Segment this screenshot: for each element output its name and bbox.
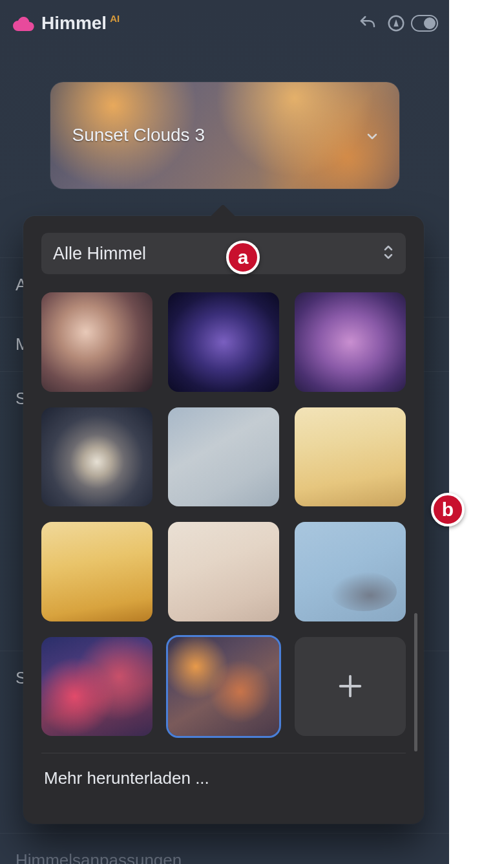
scrollbar[interactable] — [414, 613, 417, 751]
sky-thumbnail[interactable] — [168, 522, 279, 621]
download-more-button[interactable]: Mehr herunterladen ... — [41, 753, 406, 803]
sky-thumbnail[interactable] — [168, 407, 279, 507]
sky-thumbnail-selected[interactable] — [168, 637, 279, 737]
sky-category-select[interactable]: Alle Himmel — [41, 233, 406, 274]
updown-chevron-icon — [383, 244, 394, 263]
chevron-down-icon — [364, 129, 380, 147]
ai-badge: AI — [110, 13, 120, 24]
sky-thumbnail[interactable] — [41, 292, 152, 392]
sky-thumbnail[interactable] — [41, 407, 152, 507]
cloud-icon — [13, 16, 35, 31]
sky-thumbnail[interactable] — [41, 522, 152, 621]
undo-button[interactable] — [353, 9, 382, 38]
panel-header: Himmel AI — [0, 0, 449, 47]
annotation-badge-a: a — [226, 241, 260, 274]
sky-thumbnail[interactable] — [168, 292, 279, 392]
category-label: Alle Himmel — [53, 244, 383, 264]
annotation-badge-b: b — [431, 493, 465, 526]
current-sky-selector[interactable]: Sunset Clouds 3 — [50, 82, 399, 189]
sky-thumbnail[interactable] — [295, 522, 406, 621]
sky-thumbnail[interactable] — [41, 637, 152, 737]
sky-thumbnail-grid — [41, 292, 406, 736]
panel-title: Himmel — [41, 13, 107, 34]
page-margin: b — [449, 0, 504, 864]
sky-thumbnail[interactable] — [295, 292, 406, 392]
toggle-switch[interactable] — [410, 9, 439, 38]
section-row-adjustments[interactable]: Himmelsanpassungen — [0, 833, 449, 864]
sky-thumbnail[interactable] — [295, 407, 406, 507]
current-sky-label: Sunset Clouds 3 — [72, 125, 205, 146]
sky-picker-popup: Alle Himmel Mehr herunterladen ... — [23, 216, 424, 824]
sky-tool-panel: Himmel AI Sunset Clouds 3 A M S S Himmel… — [0, 0, 449, 864]
add-sky-button[interactable] — [295, 637, 406, 737]
svg-point-2 — [425, 18, 435, 28]
mask-button[interactable] — [382, 9, 410, 38]
